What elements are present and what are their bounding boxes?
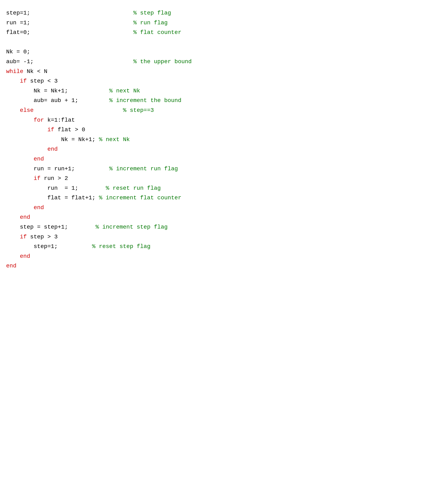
code-comment: % increment run flag [75, 164, 178, 174]
code-line-18: if run > 2 [6, 174, 231, 183]
code-text: flat = flat+1; [48, 193, 96, 203]
code-line-2: run =1; % run flag [6, 18, 231, 28]
code-comment: % step==3 [33, 106, 154, 115]
code-text: Nk = Nk+1; [61, 135, 96, 144]
keyword-while: while [6, 67, 23, 77]
code-comment: % reset run flag [78, 183, 161, 193]
keyword-end: end [33, 154, 44, 164]
keyword-end: end [20, 212, 30, 222]
code-line-15: end [6, 144, 231, 154]
keyword-if: if [20, 76, 27, 86]
code-line-16: end [6, 154, 231, 164]
code-line-7: while Nk < N [6, 67, 231, 77]
code-text: Nk = 0; [6, 47, 30, 57]
code-line-9: Nk = Nk+1; % next Nk [6, 86, 231, 96]
keyword-end: end [6, 261, 16, 271]
code-line-22: end [6, 212, 231, 222]
code-text: Nk < N [23, 67, 48, 77]
code-line-8: if step < 3 [6, 76, 231, 86]
code-line-1: step=1; % step flag [6, 8, 231, 18]
code-text: k=1:flat [44, 115, 75, 125]
code-comment: % next Nk [68, 86, 140, 96]
code-text: flat=0; [6, 28, 30, 37]
code-text: step = step+1; [20, 222, 68, 232]
code-line-empty [6, 37, 231, 47]
code-text: run > 2 [40, 174, 68, 183]
code-comment: % reset step flag [58, 242, 150, 252]
code-line-11: else % step==3 [6, 106, 231, 115]
keyword-end: end [33, 203, 44, 213]
code-editor: step=1; % step flag run =1; % run flag f… [6, 8, 231, 271]
code-text: step < 3 [27, 76, 58, 86]
code-line-5: Nk = 0; [6, 47, 231, 57]
keyword-end: end [20, 252, 30, 261]
code-comment: % increment the bound [78, 96, 181, 106]
code-comment: % increment flat counter [96, 193, 181, 203]
keyword-end: end [48, 144, 58, 154]
code-text: run = run+1; [33, 164, 75, 174]
code-comment: % increment step flag [68, 222, 167, 232]
code-text: Nk = Nk+1; [33, 86, 68, 96]
keyword-else: else [20, 106, 33, 115]
code-comment: % step flag [30, 8, 171, 18]
keyword-if: if [48, 125, 54, 135]
code-text: run =1; [6, 18, 30, 28]
code-comment: % the upper bound [33, 57, 192, 67]
code-line-27: end [6, 261, 231, 271]
code-text: step=1; [6, 8, 30, 18]
code-text: step > 3 [27, 232, 58, 242]
code-text: run = 1; [48, 183, 78, 193]
code-line-23: step = step+1; % increment step flag [6, 222, 231, 232]
code-line-14: Nk = Nk+1; % next Nk [6, 135, 231, 144]
code-line-13: if flat > 0 [6, 125, 231, 135]
code-text: flat > 0 [54, 125, 85, 135]
code-text: aub= aub + 1; [33, 96, 78, 106]
code-comment: % flat counter [30, 28, 181, 37]
code-comment: % run flag [30, 18, 168, 28]
keyword-for: for [33, 115, 44, 125]
code-line-21: end [6, 203, 231, 213]
code-text: aub= -1; [6, 57, 33, 67]
code-line-6: aub= -1; % the upper bound [6, 57, 231, 67]
keyword-if: if [33, 174, 40, 183]
code-line-12: for k=1:flat [6, 115, 231, 125]
code-text: step=1; [33, 242, 58, 252]
code-line-17: run = run+1; % increment run flag [6, 164, 231, 174]
code-line-3: flat=0; % flat counter [6, 28, 231, 37]
code-line-26: end [6, 252, 231, 261]
code-line-10: aub= aub + 1; % increment the bound [6, 96, 231, 106]
code-line-25: step=1; % reset step flag [6, 242, 231, 252]
code-line-20: flat = flat+1; % increment flat counter [6, 193, 231, 203]
code-comment: % next Nk [96, 135, 130, 144]
code-line-24: if step > 3 [6, 232, 231, 242]
keyword-if: if [20, 232, 27, 242]
code-line-19: run = 1; % reset run flag [6, 183, 231, 193]
